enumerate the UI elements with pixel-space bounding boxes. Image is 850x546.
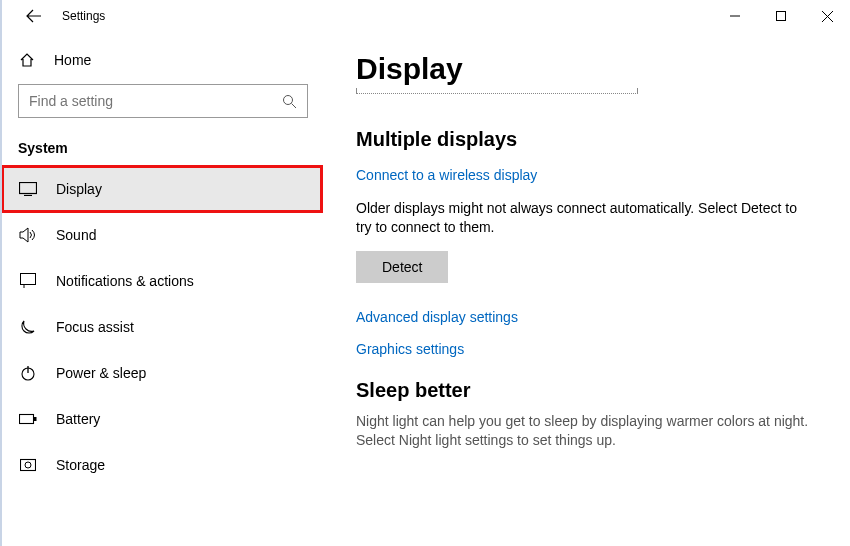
maximize-button[interactable]	[758, 0, 804, 32]
sidebar-item-battery[interactable]: Battery	[2, 396, 332, 442]
advanced-display-settings-link[interactable]: Advanced display settings	[356, 309, 518, 325]
sidebar-group-label: System	[2, 136, 332, 166]
content-area: Home System Display	[2, 32, 850, 546]
sleep-better-heading: Sleep better	[356, 379, 810, 402]
search-icon	[282, 94, 297, 109]
svg-rect-5	[20, 415, 34, 424]
sidebar-item-notifications[interactable]: Notifications & actions	[2, 258, 332, 304]
title-focus-indicator	[356, 93, 638, 94]
sleep-better-text: Night light can help you get to sleep by…	[356, 412, 810, 451]
close-button[interactable]	[804, 0, 850, 32]
graphics-settings-link[interactable]: Graphics settings	[356, 341, 464, 357]
sidebar-item-label: Sound	[56, 227, 96, 243]
minimize-icon	[730, 11, 740, 21]
svg-rect-2	[20, 183, 37, 194]
svg-rect-0	[777, 12, 786, 21]
home-label: Home	[54, 52, 91, 68]
svg-rect-6	[34, 417, 37, 421]
sidebar-item-label: Storage	[56, 457, 105, 473]
detect-button[interactable]: Detect	[356, 251, 448, 283]
svg-point-1	[284, 95, 293, 104]
search-input-wrapper[interactable]	[18, 84, 308, 118]
search-input[interactable]	[29, 93, 282, 109]
sound-icon	[18, 225, 38, 245]
sidebar-item-power-sleep[interactable]: Power & sleep	[2, 350, 332, 396]
window-title: Settings	[62, 9, 105, 23]
sidebar-item-label: Power & sleep	[56, 365, 146, 381]
sidebar-item-label: Battery	[56, 411, 100, 427]
battery-icon	[18, 409, 38, 429]
power-icon	[18, 363, 38, 383]
minimize-button[interactable]	[712, 0, 758, 32]
svg-point-8	[25, 462, 31, 468]
sidebar-item-label: Focus assist	[56, 319, 134, 335]
sidebar-item-focus-assist[interactable]: Focus assist	[2, 304, 332, 350]
svg-rect-3	[21, 274, 36, 285]
display-icon	[18, 179, 38, 199]
older-displays-text: Older displays might not always connect …	[356, 199, 810, 237]
back-button[interactable]	[18, 0, 50, 32]
sleep-better-section: Sleep better Night light can help you ge…	[356, 379, 810, 451]
page-title: Display	[356, 52, 810, 87]
search-container	[2, 84, 332, 118]
sidebar-item-storage[interactable]: Storage	[2, 442, 332, 488]
svg-rect-7	[21, 460, 36, 471]
arrow-left-icon	[26, 8, 42, 24]
focus-assist-icon	[18, 317, 38, 337]
title-bar: Settings	[2, 0, 850, 32]
storage-icon	[18, 455, 38, 475]
sidebar-item-label: Display	[56, 181, 102, 197]
home-icon	[18, 52, 36, 68]
sidebar-item-display[interactable]: Display	[2, 166, 322, 212]
home-button[interactable]: Home	[2, 44, 332, 76]
sidebar: Home System Display	[2, 32, 332, 546]
sidebar-item-sound[interactable]: Sound	[2, 212, 332, 258]
sidebar-item-label: Notifications & actions	[56, 273, 194, 289]
window-controls	[712, 0, 850, 32]
multiple-displays-heading: Multiple displays	[356, 128, 810, 151]
maximize-icon	[776, 11, 786, 21]
notifications-icon	[18, 271, 38, 291]
settings-window: Settings Home	[0, 0, 850, 546]
close-icon	[822, 11, 833, 22]
main-panel: Display Multiple displays Connect to a w…	[332, 32, 850, 546]
connect-wireless-display-link[interactable]: Connect to a wireless display	[356, 167, 537, 183]
